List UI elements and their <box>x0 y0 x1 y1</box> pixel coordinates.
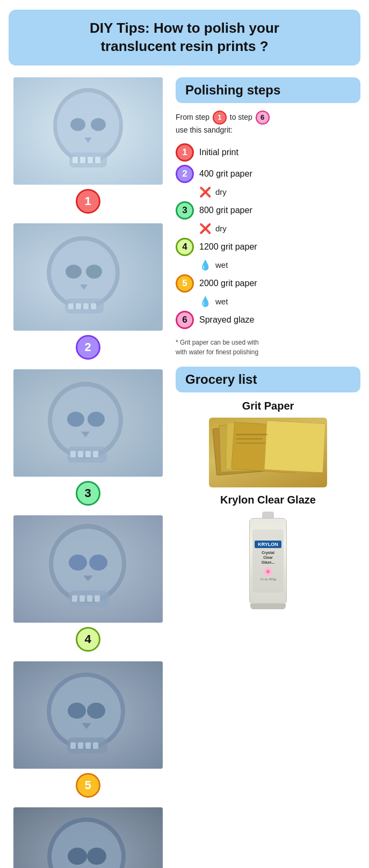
svg-point-34 <box>69 555 87 571</box>
step-4-badge: 4 <box>176 238 194 256</box>
product-grit-paper: Grit Paper <box>176 400 360 487</box>
right-column: Polishing steps From step 1 to step 6 us… <box>176 77 360 630</box>
skull-badge-1: 1 <box>76 189 100 214</box>
spray-can-image: KRYLON CrystalClearGlaze... 🌸 11 oz 403g <box>241 512 295 619</box>
svg-point-44 <box>68 703 86 719</box>
svg-rect-48 <box>85 742 91 749</box>
step-3-method: dry <box>215 224 227 233</box>
skull-badge-5: 5 <box>76 773 100 798</box>
polishing-header: Polishing steps <box>176 77 360 103</box>
step-4-label: 1200 grit paper <box>199 242 257 252</box>
from-step-badge: 1 <box>213 111 227 125</box>
svg-rect-8 <box>88 157 93 163</box>
main-content: 1 <box>9 77 360 868</box>
svg-point-15 <box>86 265 102 279</box>
svg-point-35 <box>89 555 107 571</box>
skull-badge-3: 3 <box>76 481 100 506</box>
polishing-title: Polishing steps <box>185 83 280 97</box>
to-step-badge: 6 <box>256 111 270 125</box>
svg-point-4 <box>70 118 85 131</box>
svg-rect-47 <box>78 742 83 749</box>
polishing-footnote: * Grit paper can be used withwith water … <box>176 338 360 357</box>
skull-block-3: 3 <box>9 369 167 511</box>
step-5-badge: 5 <box>176 274 194 293</box>
svg-rect-38 <box>87 595 92 602</box>
step-4-sub: 💧 wet <box>199 259 360 271</box>
svg-rect-46 <box>70 742 76 749</box>
svg-rect-17 <box>76 303 81 309</box>
svg-rect-19 <box>91 303 96 309</box>
step-2-badge: 2 <box>176 165 194 183</box>
step-4-method: wet <box>215 260 228 269</box>
step-2-sub: ❌ dry <box>199 186 360 198</box>
skull-badge-2: 2 <box>76 335 100 360</box>
skull-image-2 <box>13 223 163 331</box>
svg-rect-49 <box>93 742 98 749</box>
svg-point-22 <box>52 386 119 454</box>
svg-rect-29 <box>93 451 98 457</box>
wet-icon-1: 💧 <box>199 259 211 271</box>
step-5-sub: 💧 wet <box>199 296 360 308</box>
svg-rect-39 <box>95 595 100 602</box>
svg-rect-26 <box>70 451 76 457</box>
skull-image-6 <box>13 807 163 868</box>
svg-point-32 <box>53 529 122 599</box>
svg-point-14 <box>66 265 82 279</box>
page-wrapper: DIY Tips: How to polish your translucent… <box>0 0 369 868</box>
svg-point-5 <box>91 118 106 131</box>
dry-icon-1: ❌ <box>199 186 211 198</box>
skull-image-4 <box>13 515 163 623</box>
wet-icon-2: 💧 <box>199 296 211 308</box>
skull-image-1 <box>13 77 163 185</box>
svg-rect-6 <box>73 157 78 163</box>
skull-badge-4: 4 <box>76 627 100 652</box>
from-step-description: From step 1 to step 6 use this sandgrit: <box>176 111 360 136</box>
svg-rect-27 <box>78 451 83 457</box>
svg-rect-28 <box>85 451 91 457</box>
skulls-column: 1 <box>9 77 167 868</box>
svg-rect-18 <box>83 303 89 309</box>
svg-rect-9 <box>95 157 100 163</box>
step-row-2: 2 400 grit paper <box>176 165 360 183</box>
skull-image-5 <box>13 661 163 769</box>
svg-rect-36 <box>72 595 77 602</box>
product-krylon-title: Krylon Clear Glaze <box>220 494 316 506</box>
skull-block-5: 5 <box>9 661 167 803</box>
grocery-section: Grocery list Grit Paper <box>176 367 360 630</box>
svg-point-45 <box>87 703 105 719</box>
svg-rect-16 <box>68 303 74 309</box>
product-krylon: Krylon Clear Glaze KRYLON CrystalClearGl… <box>176 494 360 619</box>
step-2-method: dry <box>215 187 227 196</box>
dry-icon-2: ❌ <box>199 223 211 235</box>
step-3-badge: 3 <box>176 201 194 220</box>
svg-point-42 <box>51 677 121 746</box>
step-1-label: Initial print <box>199 148 238 157</box>
step-6-label: Sprayed glaze <box>199 315 254 325</box>
title-box: DIY Tips: How to polish your translucent… <box>9 10 360 65</box>
product-grit-title: Grit Paper <box>242 400 294 412</box>
step-row-1: 1 Initial print <box>176 143 360 162</box>
skull-block-4: 4 <box>9 515 167 657</box>
skull-image-3 <box>13 369 163 477</box>
skull-block-6: 6 <box>9 807 167 868</box>
step-3-label: 800 grit paper <box>199 206 252 215</box>
step-row-6: 6 Sprayed glaze <box>176 311 360 329</box>
step-row-4: 4 1200 grit paper <box>176 238 360 256</box>
grocery-header: Grocery list <box>176 367 360 392</box>
svg-rect-7 <box>80 157 85 163</box>
svg-point-24 <box>67 412 84 427</box>
step-row-3: 3 800 grit paper <box>176 201 360 220</box>
svg-point-12 <box>51 240 115 305</box>
svg-point-55 <box>87 848 106 865</box>
grit-paper-image <box>209 418 327 487</box>
page-title: DIY Tips: How to polish your translucent… <box>19 19 350 56</box>
svg-rect-37 <box>79 595 85 602</box>
skull-block-2: 2 <box>9 223 167 365</box>
svg-point-2 <box>57 92 119 159</box>
step-1-badge: 1 <box>176 143 194 162</box>
step-6-badge: 6 <box>176 311 194 329</box>
svg-point-25 <box>88 412 105 427</box>
step-3-sub: ❌ dry <box>199 223 360 235</box>
skull-block-1: 1 <box>9 77 167 219</box>
step-row-5: 5 2000 grit paper <box>176 274 360 293</box>
